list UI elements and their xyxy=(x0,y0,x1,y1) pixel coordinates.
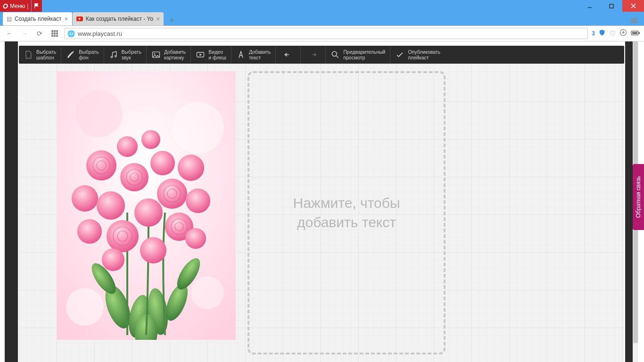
url-input[interactable]: 🌐 www.playcast.ru xyxy=(64,28,588,39)
titlebar: O Меню | xyxy=(0,0,644,12)
menu-label: Меню xyxy=(10,3,25,9)
svg-point-46 xyxy=(120,163,149,191)
browser-window: O Меню | ▤ Создать плейкаст × Как создат… xyxy=(0,0,644,362)
redo-icon xyxy=(308,50,318,59)
flag-icon xyxy=(33,3,40,9)
minimize-button[interactable] xyxy=(579,0,601,12)
svg-rect-1 xyxy=(610,4,613,8)
text-drop-zone[interactable]: Нажмите, чтобы добавить текст xyxy=(248,71,446,354)
image-slot[interactable] xyxy=(57,71,236,340)
svg-rect-15 xyxy=(56,35,58,37)
reload-button[interactable]: ⟳ xyxy=(34,28,45,39)
globe-icon: 🌐 xyxy=(67,30,75,37)
svg-point-53 xyxy=(141,130,160,149)
svg-point-49 xyxy=(140,237,166,263)
svg-point-42 xyxy=(134,198,163,227)
opera-icon: O xyxy=(3,2,8,10)
text-icon xyxy=(236,50,246,59)
music-icon xyxy=(109,50,118,59)
page-content: Выбрать шаблон Выбрать фон Выбрать звук … xyxy=(0,41,644,362)
url-text: www.playcast.ru xyxy=(78,30,585,37)
tab-active[interactable]: ▤ Создать плейкаст × xyxy=(3,12,72,25)
editor-canvas[interactable]: Нажмите, чтобы добавить текст 950 пикс xyxy=(19,64,624,362)
svg-point-37 xyxy=(86,150,116,181)
tab-inactive[interactable]: Как создать плейкаст - Yo × xyxy=(73,12,164,25)
svg-rect-9 xyxy=(56,30,58,32)
browser-menu-button[interactable]: O Меню | xyxy=(0,0,31,12)
tab-close-icon[interactable]: × xyxy=(65,15,68,23)
undo-button[interactable] xyxy=(276,46,301,64)
svg-rect-12 xyxy=(56,33,58,34)
svg-point-51 xyxy=(185,228,206,249)
svg-point-38 xyxy=(72,185,98,212)
add-text-button[interactable]: Добавить текст xyxy=(231,46,276,64)
svg-point-21 xyxy=(154,53,155,55)
publish-button[interactable]: Опубликовать плейкаст xyxy=(390,46,445,64)
blocker-count: 3 xyxy=(592,30,595,37)
svg-point-47 xyxy=(186,189,210,213)
divider: | xyxy=(27,3,28,9)
forward-button[interactable]: → xyxy=(19,28,30,39)
video-icon xyxy=(196,50,205,59)
check-icon xyxy=(395,50,405,59)
downloads-icon[interactable] xyxy=(619,29,627,38)
brush-icon xyxy=(66,50,75,59)
svg-point-28 xyxy=(172,102,224,154)
redo-button[interactable] xyxy=(301,46,326,64)
undo-icon xyxy=(283,50,293,59)
svg-point-45 xyxy=(150,151,175,175)
choose-sound-button[interactable]: Выбрать звук xyxy=(104,46,147,64)
svg-point-23 xyxy=(332,51,337,56)
window-controls xyxy=(579,0,644,12)
svg-point-26 xyxy=(66,288,104,326)
new-tab-button[interactable]: + xyxy=(166,15,177,25)
svg-rect-8 xyxy=(54,30,56,32)
svg-point-44 xyxy=(178,155,204,181)
svg-rect-18 xyxy=(639,32,640,34)
svg-point-50 xyxy=(102,248,124,271)
svg-point-40 xyxy=(77,219,102,244)
tab-menu-icon[interactable] xyxy=(631,17,637,25)
preview-button[interactable]: Предварительный просмотр xyxy=(326,46,390,64)
feedback-tab[interactable]: Обратная связь xyxy=(633,164,644,230)
svg-point-41 xyxy=(107,220,139,252)
svg-point-27 xyxy=(191,276,224,309)
tab-close-icon[interactable]: × xyxy=(156,15,160,23)
close-button[interactable] xyxy=(622,0,644,12)
svg-rect-7 xyxy=(51,30,53,32)
svg-line-24 xyxy=(337,56,339,58)
editor-column: Выбрать шаблон Выбрать фон Выбрать звук … xyxy=(18,41,625,362)
maximize-button[interactable] xyxy=(601,0,622,12)
svg-rect-10 xyxy=(51,33,53,34)
choose-template-button[interactable]: Выбрать шаблон xyxy=(19,46,61,64)
address-bar: ← → ⟳ 🌐 www.playcast.ru 3 ♡ xyxy=(0,26,644,41)
text-drop-label: Нажмите, чтобы добавить текст xyxy=(293,194,400,232)
back-button[interactable]: ← xyxy=(4,28,15,39)
tab-title: Как создать плейкаст - Yo xyxy=(86,16,153,22)
page-viewport: Выбрать шаблон Выбрать фон Выбрать звук … xyxy=(5,41,638,362)
shield-icon[interactable] xyxy=(599,29,605,38)
add-video-button[interactable]: Видео и флеш xyxy=(191,46,231,64)
svg-rect-13 xyxy=(51,35,53,37)
svg-rect-19 xyxy=(632,32,637,34)
youtube-icon xyxy=(76,16,83,21)
svg-point-29 xyxy=(75,90,123,137)
search-icon xyxy=(330,50,340,59)
image-icon xyxy=(151,50,161,59)
left-gutter xyxy=(5,41,18,362)
add-image-button[interactable]: Добавить картинку xyxy=(147,46,191,64)
speed-dial-button[interactable] xyxy=(49,28,60,39)
svg-rect-14 xyxy=(54,35,56,37)
svg-point-39 xyxy=(97,191,125,220)
bookmark-heart-icon[interactable]: ♡ xyxy=(609,29,616,38)
editor-toolbar: Выбрать шаблон Выбрать фон Выбрать звук … xyxy=(19,46,624,64)
roses-image xyxy=(57,71,236,340)
choose-background-button[interactable]: Выбрать фон xyxy=(61,46,104,64)
tab-strip: ▤ Создать плейкаст × Как создать плейкас… xyxy=(0,12,644,26)
battery-icon[interactable] xyxy=(631,29,640,38)
svg-point-43 xyxy=(157,179,187,209)
svg-rect-11 xyxy=(54,33,56,34)
page-icon: ▤ xyxy=(7,16,12,22)
flag-button[interactable] xyxy=(32,0,42,12)
svg-point-52 xyxy=(117,136,138,157)
